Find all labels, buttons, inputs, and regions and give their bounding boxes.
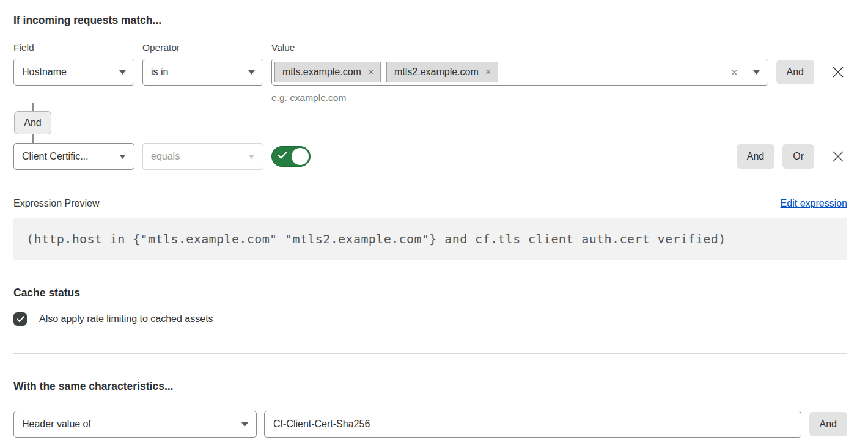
- characteristic-select-value: Header value of: [22, 419, 91, 430]
- chevron-down-icon: [119, 155, 126, 159]
- expression-code: (http.host in {"mtls.example.com" "mtls2…: [26, 232, 726, 246]
- cached-assets-checkbox[interactable]: [13, 312, 27, 326]
- value-label: Value: [271, 42, 847, 53]
- clear-icon[interactable]: ✕: [730, 68, 738, 77]
- connector-column: And: [14, 103, 52, 143]
- chevron-down-icon[interactable]: [753, 70, 760, 75]
- expression-header: Expression Preview Edit expression: [13, 198, 847, 209]
- tag-remove-icon[interactable]: ✕: [368, 68, 374, 76]
- match-section-title: If incoming requests match...: [13, 0, 847, 26]
- connector-line-bottom: [32, 134, 34, 143]
- chevron-down-icon: [248, 70, 255, 75]
- close-icon[interactable]: [829, 59, 847, 86]
- section-divider: [13, 353, 847, 354]
- operator-select-2: equals: [142, 143, 263, 170]
- characteristics-row: Header value of And: [13, 411, 847, 438]
- field-label: Field: [13, 42, 142, 53]
- cache-checkbox-row: Also apply rate limiting to cached asset…: [13, 312, 847, 326]
- connector-line-top: [32, 103, 34, 111]
- expression-preview-label: Expression Preview: [13, 198, 100, 209]
- chevron-down-icon: [119, 70, 126, 75]
- close-icon[interactable]: [829, 143, 847, 170]
- multiselect-controls: ✕: [730, 68, 760, 77]
- add-or-condition-button[interactable]: Or: [782, 144, 814, 169]
- condition-row-2: Client Certific... equals And Or: [13, 143, 847, 170]
- rule-builder-page: If incoming requests match... Field Oper…: [0, 0, 868, 438]
- operator-select-1-value: is in: [151, 67, 168, 78]
- tag-remove-icon[interactable]: ✕: [485, 68, 491, 76]
- cache-status-title: Cache status: [13, 287, 847, 299]
- value-helper-text: e.g. example.com: [271, 92, 768, 103]
- and-connector-button[interactable]: And: [14, 111, 51, 134]
- field-select-1[interactable]: Hostname: [13, 59, 134, 86]
- add-and-condition-button-1[interactable]: And: [776, 60, 814, 84]
- add-and-condition-button-2[interactable]: And: [737, 144, 774, 169]
- value-tags: mtls.example.com ✕ mtls2.example.com ✕: [274, 62, 730, 82]
- add-characteristic-button[interactable]: And: [809, 412, 847, 436]
- expression-code-block: (http.host in {"mtls.example.com" "mtls2…: [13, 218, 847, 260]
- field-select-2[interactable]: Client Certific...: [13, 143, 134, 170]
- condition-labels-row: Field Operator Value: [13, 42, 847, 53]
- check-icon: [278, 151, 287, 162]
- field-select-1-value: Hostname: [22, 67, 67, 78]
- condition-row-1: Hostname is in mtls.example.com ✕ mtls2.…: [13, 59, 847, 103]
- cached-assets-checkbox-label: Also apply rate limiting to cached asset…: [39, 314, 213, 324]
- characteristic-select[interactable]: Header value of: [13, 411, 257, 438]
- operator-select-2-placeholder: equals: [151, 151, 180, 162]
- value-toggle-switch[interactable]: [271, 146, 311, 167]
- value-column: mtls.example.com ✕ mtls2.example.com ✕ ✕…: [271, 59, 768, 103]
- field-select-2-value: Client Certific...: [22, 151, 88, 162]
- operator-select-1[interactable]: is in: [142, 59, 263, 86]
- value-tag: mtls.example.com ✕: [274, 62, 381, 82]
- characteristics-title: With the same characteristics...: [13, 380, 847, 392]
- chevron-down-icon: [248, 155, 255, 159]
- header-name-input[interactable]: [264, 411, 801, 438]
- chevron-down-icon: [241, 422, 248, 427]
- value-tag: mtls2.example.com ✕: [386, 62, 498, 82]
- value-tag-text: mtls2.example.com: [394, 67, 479, 78]
- edit-expression-link[interactable]: Edit expression: [781, 198, 847, 209]
- checkbox-check-icon: [17, 316, 24, 323]
- value-tag-text: mtls.example.com: [282, 67, 361, 78]
- value-multiselect[interactable]: mtls.example.com ✕ mtls2.example.com ✕ ✕: [271, 59, 768, 86]
- operator-label: Operator: [142, 42, 271, 53]
- toggle-knob: [292, 148, 309, 165]
